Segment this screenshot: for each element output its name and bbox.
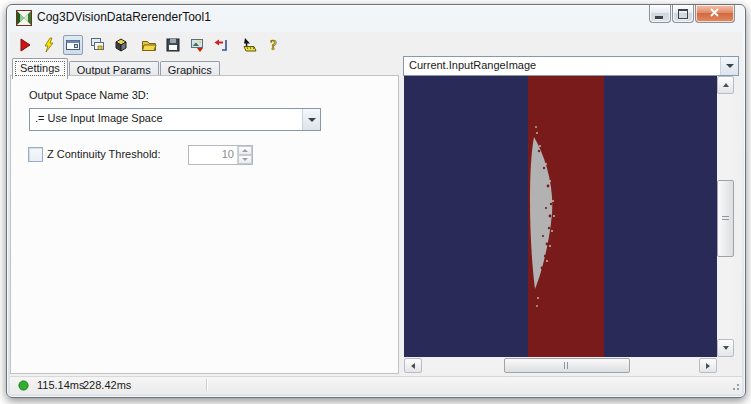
help-button[interactable]: ?	[263, 35, 283, 55]
show-3d-display-button[interactable]	[111, 35, 131, 55]
chevron-down-icon	[308, 118, 316, 122]
run-button[interactable]	[15, 35, 35, 55]
window-controls	[649, 5, 735, 23]
reset-arrow-icon	[213, 37, 229, 53]
image-export-icon	[189, 37, 205, 53]
copy-windows-icon	[89, 37, 105, 53]
arrow-up-icon	[723, 83, 729, 87]
scroll-left-button[interactable]	[404, 358, 422, 373]
statusbar-divider	[206, 379, 207, 391]
svg-text:?: ?	[270, 38, 277, 53]
chevron-down-icon	[726, 64, 734, 68]
horizontal-scrollbar[interactable]	[404, 358, 717, 373]
minimize-button[interactable]	[649, 5, 671, 23]
horizontal-scroll-thumb[interactable]	[504, 358, 630, 373]
output-space-value: .= Use Input Image Space	[30, 109, 302, 130]
scrollbar-corner	[717, 358, 734, 373]
dropdown-button[interactable]	[720, 57, 738, 75]
electric-run-button[interactable]	[39, 35, 59, 55]
z-threshold-label: Z Continuity Threshold:	[47, 148, 161, 160]
cube-3d-icon	[113, 37, 129, 53]
z-threshold-value[interactable]: 10	[189, 146, 237, 164]
z-threshold-checkbox[interactable]	[28, 147, 43, 162]
tab-settings[interactable]: Settings	[12, 58, 68, 79]
image-source-combobox[interactable]: Current.InputRangeImage	[403, 56, 739, 76]
arrow-right-icon	[706, 363, 710, 369]
float-window-button[interactable]	[63, 35, 83, 55]
thumb-grip-icon	[564, 362, 570, 369]
ruler-pointer-icon	[241, 37, 257, 53]
dropdown-button[interactable]	[302, 109, 320, 130]
chevron-down-icon	[242, 158, 248, 161]
window-title: Cog3DVisionDataRerenderTool1	[37, 5, 211, 30]
output-space-label: Output Space Name 3D:	[29, 89, 149, 101]
vertical-scroll-thumb[interactable]	[717, 180, 734, 257]
scroll-up-button[interactable]	[717, 76, 734, 94]
save-floppy-icon	[165, 37, 181, 53]
z-threshold-spinner: 10	[188, 145, 253, 165]
maximize-button[interactable]	[672, 5, 694, 23]
screen: Cog3DVisionDataRerenderTool1	[0, 0, 751, 404]
run-time: 115.14ms	[37, 379, 85, 391]
range-image-canvas[interactable]	[404, 76, 717, 357]
arrow-left-icon	[411, 363, 415, 369]
close-button[interactable]	[695, 5, 735, 23]
settings-tab-page: Output Space Name 3D: .= Use Input Image…	[10, 75, 399, 374]
client-area: ? Settings Output Params Graphics Output…	[10, 32, 742, 394]
run-icon	[17, 37, 33, 53]
spinner-down-button[interactable]	[238, 155, 252, 164]
help-icon: ?	[265, 37, 281, 53]
resize-grip[interactable]	[730, 381, 740, 391]
app-logo-icon	[16, 10, 32, 26]
open-file-button[interactable]	[139, 35, 159, 55]
save-file-button[interactable]	[163, 35, 183, 55]
output-space-combobox[interactable]: .= Use Input Image Space	[29, 108, 321, 131]
close-icon	[696, 5, 734, 22]
image-source-value: Current.InputRangeImage	[404, 57, 720, 75]
open-folder-icon	[141, 37, 157, 53]
tab-label: Settings	[20, 62, 60, 74]
title-bar[interactable]: Cog3DVisionDataRerenderTool1	[7, 5, 745, 31]
app-window: Cog3DVisionDataRerenderTool1	[6, 4, 746, 398]
thumb-grip-icon	[722, 216, 729, 222]
lightning-icon	[41, 37, 57, 53]
total-time: 228.42ms	[83, 379, 131, 391]
scroll-down-button[interactable]	[717, 339, 734, 357]
spinner-buttons	[237, 146, 252, 164]
chevron-up-icon	[242, 149, 248, 152]
toolbar: ?	[10, 32, 742, 57]
copy-tool-button[interactable]	[87, 35, 107, 55]
arrow-down-icon	[723, 346, 729, 350]
vertical-scrollbar[interactable]	[717, 76, 734, 357]
reset-tool-button[interactable]	[211, 35, 231, 55]
status-bar: 115.14ms 228.42ms	[10, 376, 742, 393]
copy-image-button[interactable]	[187, 35, 207, 55]
spinner-up-button[interactable]	[238, 146, 252, 155]
measure-button[interactable]	[239, 35, 259, 55]
scroll-right-button[interactable]	[699, 358, 717, 373]
float-window-icon	[65, 37, 81, 53]
minimize-icon	[655, 16, 663, 19]
maximize-icon	[678, 9, 688, 19]
status-light-icon	[18, 380, 29, 391]
